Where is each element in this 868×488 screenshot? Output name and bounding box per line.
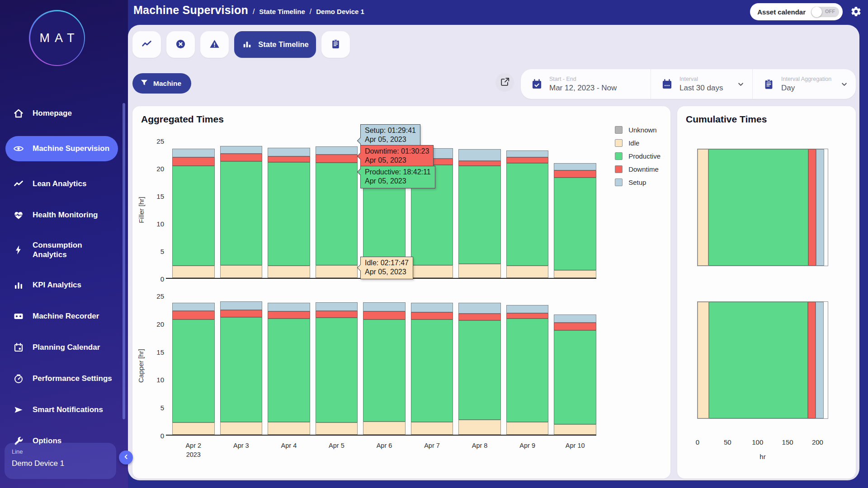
- stacked-bar-apr-8[interactable]: [458, 141, 501, 278]
- stacked-bar-apr-10[interactable]: [554, 141, 596, 278]
- stacked-bar-apr-6[interactable]: [363, 296, 406, 435]
- sidebar-item-health-monitoring[interactable]: Health Monitoring: [5, 206, 118, 224]
- sidebar: MAT Homepage Machine Supervision Lean An…: [0, 0, 128, 488]
- stacked-bar-apr-10[interactable]: [554, 296, 596, 435]
- stacked-bar-apr-5[interactable]: [316, 141, 358, 278]
- segment-setup: [316, 146, 358, 155]
- page-title: Machine Supervision: [133, 4, 248, 17]
- cumulative-times-title: Cumulative Times: [686, 114, 767, 125]
- segment-idle: [411, 422, 453, 435]
- segment-productive: [268, 319, 310, 422]
- selected-device-card[interactable]: Line Demo Device 1: [5, 443, 116, 479]
- tab-errors[interactable]: [166, 31, 195, 58]
- stacked-bar-apr-8[interactable]: [458, 296, 501, 435]
- cumulative-bar-filler[interactable]: [698, 149, 828, 266]
- sidebar-item-kpi-analytics[interactable]: KPI Analytics: [5, 277, 118, 294]
- segment-downtime: [316, 155, 358, 163]
- tab-trend[interactable]: [132, 31, 161, 58]
- sidebar-item-machine-recorder[interactable]: Machine Recorder: [5, 308, 118, 325]
- main-area: Machine Supervision / State Timeline / D…: [128, 0, 868, 488]
- gauge-icon: [13, 373, 24, 385]
- y-tick: 10: [156, 376, 164, 384]
- machine-filter-button[interactable]: Machine: [132, 73, 191, 94]
- sidebar-scrollbar[interactable]: [123, 103, 125, 419]
- segment-productive: [708, 149, 808, 266]
- interval-aggregation-control[interactable]: Interval Aggregation Day: [752, 69, 856, 99]
- x-tick-label: Apr 5: [316, 441, 358, 459]
- capper-stacked-chart: [172, 296, 596, 436]
- asset-calendar-switch[interactable]: OFF: [811, 7, 839, 17]
- stacked-bar-apr-4[interactable]: [268, 141, 310, 278]
- stacked-bar-apr-4[interactable]: [268, 296, 310, 435]
- toggle-knob: [811, 7, 822, 17]
- legend-item-idle[interactable]: Idle: [615, 139, 660, 147]
- x-tick-label: Apr 7: [411, 441, 453, 459]
- filter-funnel-icon: [140, 78, 149, 89]
- y-tick: 25: [156, 292, 164, 300]
- tab-alarms[interactable]: [200, 31, 229, 58]
- stacked-bar-apr-2[interactable]: [172, 296, 215, 435]
- segment-productive: [411, 319, 453, 422]
- stacked-bar-apr-5[interactable]: [316, 296, 358, 435]
- segment-productive: [172, 319, 215, 422]
- segment-idle: [220, 422, 263, 435]
- segment-productive: [458, 166, 501, 264]
- legend-item-unknown[interactable]: Unknown: [615, 126, 660, 134]
- y-tick: 5: [160, 404, 164, 412]
- sidebar-item-performance-settings[interactable]: Performance Settings: [5, 370, 118, 387]
- app-logo: MAT: [29, 10, 85, 66]
- x-tick: 100: [752, 438, 763, 446]
- export-button[interactable]: [495, 73, 514, 92]
- segment-downtime: [268, 156, 310, 162]
- settings-button[interactable]: [850, 6, 862, 18]
- stacked-bar-apr-3[interactable]: [220, 141, 263, 278]
- x-circle-icon: [175, 38, 186, 51]
- legend-swatch: [615, 152, 623, 160]
- tooltip-productive: Productive: 18:42:11Apr 05, 2023: [360, 166, 435, 188]
- sidebar-item-lean-analytics[interactable]: Lean Analytics: [5, 175, 118, 192]
- segment-idle: [316, 422, 358, 435]
- sidebar-item-machine-supervision[interactable]: Machine Supervision: [5, 136, 118, 161]
- segment-productive: [554, 178, 596, 270]
- breadcrumb-device: Demo Device 1: [316, 8, 364, 15]
- sidebar-item-label: Lean Analytics: [33, 179, 86, 188]
- segment-downtime: [316, 311, 358, 318]
- sidebar-item-smart-notifications[interactable]: Smart Notifications: [5, 401, 118, 418]
- legend-item-setup[interactable]: Setup: [615, 178, 660, 186]
- cassette-icon: [13, 310, 24, 322]
- asset-calendar-toggle-pill[interactable]: Asset calendar OFF: [750, 3, 843, 20]
- segment-idle: [698, 149, 708, 266]
- legend-label: Downtime: [628, 165, 659, 173]
- x-tick-label: Apr 9: [506, 441, 549, 459]
- segment-idle: [554, 424, 596, 435]
- segment-setup: [268, 303, 310, 312]
- home-icon: [13, 108, 24, 119]
- tab-label: State Timeline: [258, 40, 309, 49]
- segment-idle: [506, 266, 549, 278]
- legend-item-productive[interactable]: Productive: [615, 152, 660, 160]
- tab-report[interactable]: [321, 31, 350, 58]
- start-end-control[interactable]: Start - End Mar 12, 2023 - Now: [521, 69, 651, 99]
- tab-state-timeline[interactable]: State Timeline: [234, 31, 316, 58]
- stacked-bar-apr-7[interactable]: [411, 296, 453, 435]
- sidebar-item-homepage[interactable]: Homepage: [5, 105, 118, 122]
- start-end-label: Start - End: [549, 76, 643, 82]
- stacked-bar-apr-9[interactable]: [506, 296, 549, 435]
- stacked-bar-apr-9[interactable]: [506, 141, 549, 278]
- interval-control[interactable]: Interval Last 30 days: [651, 69, 752, 99]
- warning-triangle-icon: [209, 38, 220, 51]
- segment-setup: [172, 303, 215, 311]
- sidebar-collapse-button[interactable]: [119, 450, 133, 465]
- segment-idle: [220, 265, 263, 278]
- stacked-bar-apr-2[interactable]: [172, 141, 215, 278]
- toggle-state-label: OFF: [825, 9, 835, 14]
- segment-idle: [268, 266, 310, 278]
- stacked-bar-apr-3[interactable]: [220, 296, 263, 435]
- sidebar-item-consumption-analytics[interactable]: Consumption Analytics: [5, 238, 118, 263]
- segment-setup: [458, 149, 501, 160]
- tooltip-idle: Idle: 02:17:47Apr 05, 2023: [360, 257, 413, 279]
- sidebar-item-planning-calendar[interactable]: Planning Calendar: [5, 339, 118, 356]
- cumulative-bar-capper[interactable]: [698, 302, 828, 418]
- legend-item-downtime[interactable]: Downtime: [615, 165, 660, 173]
- segment-productive: [458, 320, 501, 420]
